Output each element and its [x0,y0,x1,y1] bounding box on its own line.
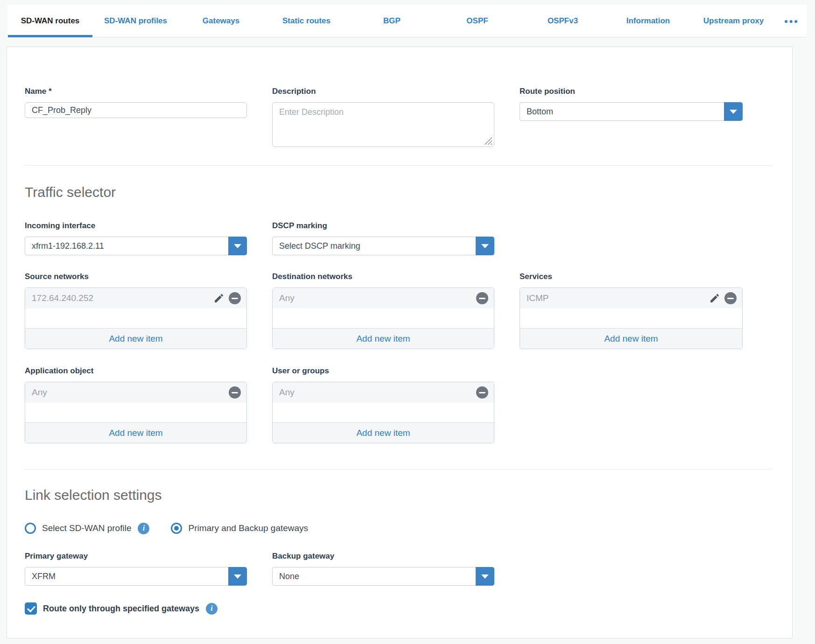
route-position-label: Route position [520,87,743,96]
list-item-text: Any [279,387,476,398]
source-networks-group: Source networks 172.64.240.252 Add new i… [25,272,247,349]
chevron-down-icon [234,574,241,579]
remove-icon[interactable] [724,292,737,304]
dropdown-button[interactable] [476,567,494,586]
tab-sd-wan-profiles[interactable]: SD-WAN profiles [93,5,178,37]
radio-icon[interactable] [171,523,182,534]
backup-gateway-label: Backup gateway [272,552,494,561]
remove-icon[interactable] [229,292,241,304]
dropdown-button[interactable] [228,237,247,255]
list-item-text: Any [32,387,229,398]
chevron-down-icon [730,110,737,114]
dscp-marking-value: Select DSCP marking [273,237,494,255]
primary-gateway-label: Primary gateway [25,552,247,561]
list-item-text: ICMP [527,293,709,303]
add-new-item-button[interactable]: Add new item [25,422,246,443]
edit-icon[interactable] [709,293,720,304]
list-item: Any [273,288,494,308]
name-input[interactable] [25,102,247,118]
tab-static-routes[interactable]: Static routes [264,5,349,37]
remove-icon[interactable] [476,292,488,304]
destination-networks-label: Destination networks [272,272,494,281]
link-selection-heading: Link selection settings [25,487,792,503]
source-networks-list: 172.64.240.252 Add new item [25,287,247,349]
list-empty-area [273,308,494,328]
more-tabs-icon[interactable]: ●●● [776,5,807,37]
networks-services-row: Source networks 172.64.240.252 Add new i… [25,272,792,349]
application-users-row: Application object Any Add new item User… [25,366,792,443]
services-group: Services ICMP Add new item [520,272,743,349]
section-divider [25,165,773,166]
name-label: Name * [25,87,247,96]
primary-gateway-select[interactable]: XFRM [25,567,247,586]
route-only-row: Route only through specified gateways i [25,602,792,615]
route-only-label: Route only through specified gateways [43,604,199,614]
radio-label: Select SD-WAN profile [42,523,131,533]
remove-icon[interactable] [476,386,488,399]
tab-upstream-proxy[interactable]: Upstream proxy [691,5,776,37]
application-object-group: Application object Any Add new item [25,366,247,443]
destination-networks-group: Destination networks Any Add new item [272,272,494,349]
tab-bgp[interactable]: BGP [349,5,435,37]
description-field-group: Description [272,87,494,147]
info-icon[interactable]: i [206,603,218,615]
dropdown-button[interactable] [724,102,743,121]
list-item: Any [25,382,246,403]
user-or-groups-list: Any Add new item [272,382,494,443]
source-networks-label: Source networks [25,272,247,281]
user-or-groups-label: User or groups [272,366,494,376]
tab-ospf[interactable]: OSPF [435,5,520,37]
name-field-group: Name * [25,87,247,147]
route-position-value: Bottom [520,103,742,120]
radio-icon[interactable] [25,523,36,534]
sd-wan-route-editor-page: SD-WAN routes SD-WAN profiles Gateways S… [0,0,815,644]
radio-label: Primary and Backup gateways [188,523,308,533]
add-new-item-button[interactable]: Add new item [273,422,494,443]
edit-icon[interactable] [213,293,225,304]
primary-gateway-value: XFRM [25,567,246,585]
radio-select-sd-wan-profile[interactable]: Select SD-WAN profile i [25,523,149,534]
list-empty-area [520,308,742,328]
tab-sd-wan-routes[interactable]: SD-WAN routes [7,5,93,37]
route-position-select[interactable]: Bottom [520,102,743,121]
backup-gateway-select[interactable]: None [272,567,494,586]
add-new-item-button[interactable]: Add new item [273,328,494,349]
primary-gateway-group: Primary gateway XFRM [25,552,247,586]
application-object-list: Any Add new item [25,382,247,443]
incoming-interface-select[interactable]: xfrm1-192.168.2.11 [25,237,247,255]
basic-fields-row: Name * Description Route position Bottom [25,87,792,147]
backup-gateway-value: None [273,567,494,585]
chevron-down-icon [234,244,241,248]
traffic-selector-heading: Traffic selector [25,184,792,200]
description-textarea[interactable] [272,102,494,147]
dropdown-button[interactable] [476,237,494,255]
services-label: Services [520,272,743,281]
chevron-down-icon [481,574,489,579]
info-icon[interactable]: i [138,523,149,534]
dropdown-button[interactable] [228,567,247,586]
list-item: 172.64.240.252 [25,288,246,308]
description-label: Description [272,87,494,96]
tab-information[interactable]: Information [605,5,691,37]
gateways-row: Primary gateway XFRM Backup gateway None [25,552,792,586]
radio-primary-backup-gateways[interactable]: Primary and Backup gateways [171,523,308,534]
dscp-marking-select[interactable]: Select DSCP marking [272,237,494,255]
add-new-item-button[interactable]: Add new item [25,328,246,349]
dscp-marking-label: DSCP marking [272,221,494,231]
link-selection-radio-row: Select SD-WAN profile i Primary and Back… [25,522,792,535]
route-only-checkbox[interactable] [25,602,37,615]
tab-ospfv3[interactable]: OSPFv3 [520,5,605,37]
remove-icon[interactable] [229,386,241,399]
list-item-text: Any [279,293,476,303]
list-empty-area [25,403,246,422]
route-position-field-group: Route position Bottom [520,87,743,147]
add-new-item-button[interactable]: Add new item [520,328,742,349]
list-item-text: 172.64.240.252 [32,293,213,303]
section-divider [25,469,773,469]
tab-gateways[interactable]: Gateways [178,5,264,37]
list-empty-area [273,403,494,422]
services-list: ICMP Add new item [520,287,743,349]
list-item: ICMP [520,288,742,308]
chevron-down-icon [481,244,489,248]
destination-networks-list: Any Add new item [272,287,494,349]
